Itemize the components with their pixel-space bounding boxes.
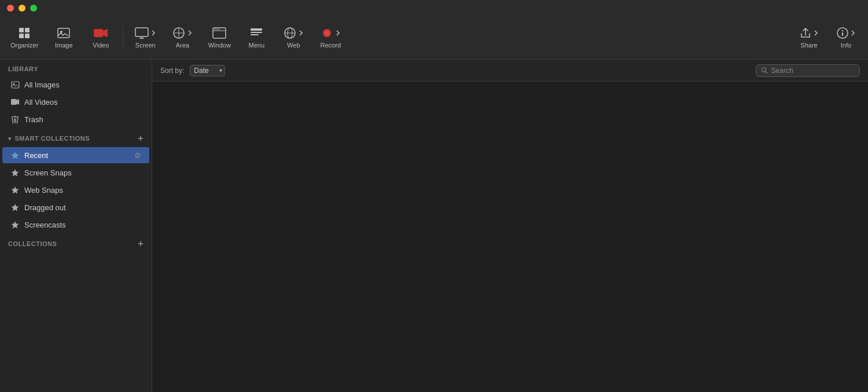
toolbar-window-label: Window — [208, 42, 231, 49]
smart-collections-collapse-icon[interactable]: ▾ — [8, 135, 12, 142]
smart-collections-add-button[interactable]: + — [138, 134, 144, 143]
toolbar-record-label: Record — [321, 42, 341, 49]
smart-collection-icon-recent — [10, 151, 20, 160]
content-toolbar: Sort by: Date Name Size Type — [152, 60, 868, 82]
toolbar-share-label: Share — [800, 42, 817, 49]
collections-add-button[interactable]: + — [138, 239, 144, 248]
all-images-label: All Images — [24, 80, 60, 89]
separator-1 — [123, 26, 123, 49]
web-snaps-label: Web Snaps — [24, 186, 63, 195]
content-empty-area — [152, 82, 868, 392]
screen-icon — [134, 27, 156, 39]
screen-snaps-label: Screen Snaps — [24, 168, 72, 177]
toolbar-area-label: Area — [176, 42, 189, 49]
library-header: LIBRARY — [0, 60, 152, 76]
svg-rect-3 — [25, 34, 30, 38]
info-icon — [836, 27, 856, 39]
svg-marker-30 — [12, 186, 19, 193]
toolbar-organizer[interactable]: Organizer — [5, 23, 44, 52]
svg-marker-7 — [103, 29, 108, 37]
svg-rect-8 — [135, 28, 148, 36]
sidebar: LIBRARY All Images All Videos — [0, 60, 152, 392]
all-videos-label: All Videos — [24, 98, 58, 107]
svg-point-11 — [215, 29, 216, 30]
image-icon — [57, 27, 71, 39]
toolbar-image-label: Image — [55, 42, 73, 49]
svg-rect-0 — [19, 28, 24, 32]
search-input[interactable] — [771, 67, 855, 75]
trash-icon — [10, 115, 20, 124]
svg-rect-4 — [58, 28, 69, 38]
traffic-close-button[interactable] — [7, 5, 14, 12]
toolbar-web-label: Web — [287, 42, 300, 49]
traffic-minimize-button[interactable] — [19, 5, 25, 12]
sidebar-item-all-videos[interactable]: All Videos — [2, 94, 149, 110]
smart-collection-icon-web-snaps — [10, 185, 20, 195]
toolbar-menu[interactable]: Menu — [239, 23, 274, 52]
smart-collection-icon-screen-snaps — [10, 168, 20, 177]
titlebar — [0, 0, 868, 16]
svg-marker-28 — [12, 152, 19, 159]
sidebar-item-screencasts[interactable]: Screencasts — [2, 217, 149, 233]
svg-rect-1 — [25, 28, 30, 32]
toolbar-image[interactable]: Image — [46, 23, 81, 52]
toolbar-record[interactable]: Record — [313, 23, 348, 52]
svg-point-12 — [216, 29, 218, 30]
sidebar-item-all-images[interactable]: All Images — [2, 76, 149, 93]
svg-rect-15 — [251, 32, 262, 33]
screencasts-label: Screencasts — [24, 221, 66, 229]
svg-rect-16 — [251, 34, 259, 35]
toolbar-info-label: Info — [841, 42, 851, 49]
svg-rect-23 — [842, 32, 843, 36]
all-videos-icon — [10, 97, 20, 107]
share-icon — [799, 27, 819, 39]
svg-rect-14 — [251, 28, 262, 31]
content-area: Sort by: Date Name Size Type — [152, 60, 868, 392]
sort-select[interactable]: Date Name Size Type — [190, 65, 225, 76]
toolbar-organizer-label: Organizer — [10, 42, 38, 49]
toolbar-share[interactable]: Share — [792, 23, 826, 52]
smart-collections-header: ▾ SMART COLLECTIONS + — [0, 128, 152, 146]
toolbar: Organizer Image Video — [0, 16, 868, 60]
main-layout: LIBRARY All Images All Videos — [0, 60, 868, 392]
record-icon — [320, 27, 341, 39]
sidebar-item-web-snaps[interactable]: Web Snaps — [2, 182, 149, 198]
svg-marker-27 — [17, 99, 19, 105]
recent-gear-icon[interactable]: ⚙ — [134, 151, 141, 160]
dragged-out-label: Dragged out — [24, 203, 66, 212]
toolbar-screen[interactable]: Screen — [128, 23, 163, 52]
svg-marker-29 — [12, 169, 19, 176]
sidebar-item-screen-snaps[interactable]: Screen Snaps — [2, 164, 149, 181]
svg-point-33 — [762, 68, 766, 72]
window-icon — [212, 27, 227, 39]
organizer-icon — [18, 27, 31, 39]
svg-point-20 — [325, 31, 329, 35]
toolbar-web[interactable]: Web — [276, 23, 311, 52]
search-box — [756, 64, 860, 77]
video-icon — [93, 27, 108, 39]
sidebar-item-dragged-out[interactable]: Dragged out — [2, 199, 149, 215]
smart-collection-icon-screencasts — [10, 220, 20, 229]
toolbar-area[interactable]: Area — [165, 23, 200, 52]
traffic-maximize-button[interactable] — [30, 5, 37, 12]
toolbar-info[interactable]: Info — [829, 23, 863, 52]
toolbar-video[interactable]: Video — [83, 23, 118, 52]
toolbar-window[interactable]: Window — [202, 23, 237, 52]
sidebar-item-recent[interactable]: Recent ⚙ — [2, 147, 149, 163]
toolbar-screen-label: Screen — [135, 42, 156, 49]
toolbar-menu-label: Menu — [249, 42, 265, 49]
collections-header: COLLECTIONS + — [0, 233, 152, 252]
sort-by-label: Sort by: — [160, 67, 184, 75]
toolbar-video-label: Video — [93, 42, 109, 49]
sidebar-item-trash[interactable]: Trash — [2, 111, 149, 127]
smart-collections-label: SMART COLLECTIONS — [15, 135, 90, 142]
recent-label: Recent — [24, 151, 48, 160]
svg-rect-6 — [94, 29, 103, 37]
area-icon — [172, 27, 193, 39]
web-icon — [283, 27, 304, 39]
all-images-icon — [10, 80, 20, 89]
sort-wrapper: Date Name Size Type — [190, 65, 225, 76]
library-label: LIBRARY — [8, 65, 38, 72]
svg-point-13 — [219, 29, 220, 30]
svg-rect-26 — [11, 99, 17, 105]
